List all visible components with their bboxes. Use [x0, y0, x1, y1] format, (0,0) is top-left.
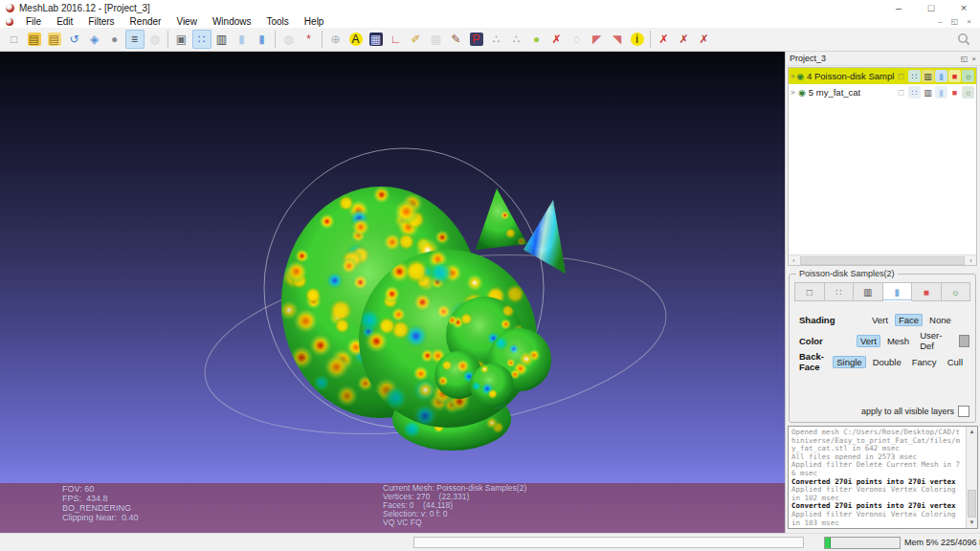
vscroll-down-arrow-icon[interactable]: ▼ [967, 518, 977, 527]
menu-help[interactable]: Help [297, 15, 332, 28]
mdi-close-button[interactable]: × [962, 16, 976, 28]
delete-current-mesh-icon[interactable]: ✗ [655, 30, 674, 49]
tab-points[interactable]: ∷ [825, 282, 855, 301]
3d-viewport[interactable]: FOV: 60FPS: 434.8BO_RENDERINGClipping Ne… [0, 52, 785, 533]
meshlab-pp-icon[interactable]: P [467, 30, 486, 49]
color-vert-button[interactable]: Vert [857, 335, 880, 347]
draw-wireframe-icon[interactable]: ▥ [212, 30, 232, 49]
mdi-restore-button[interactable]: ◱ [947, 16, 962, 28]
show-axes-icon[interactable]: ∟ [387, 30, 406, 49]
info-icon[interactable]: i [628, 30, 647, 49]
export-mesh-icon[interactable]: ◈ [85, 30, 104, 49]
new-document-icon[interactable]: □ [5, 30, 24, 49]
hscroll-right-arrow-icon[interactable]: › [966, 257, 976, 264]
tab-light[interactable]: ☼ [942, 282, 971, 301]
open-project-icon[interactable]: ▤ [25, 30, 44, 49]
user-def-color-swatch[interactable] [959, 335, 969, 347]
menu-windows[interactable]: Windows [205, 15, 259, 28]
shading-none-button[interactable]: None [925, 314, 955, 326]
toolbar-separator [322, 31, 323, 48]
reload-icon[interactable]: ↺ [65, 30, 84, 49]
layer-row[interactable]: >◉4 Poisson-disk Samples(2) *□∷▥▮■☼ [789, 68, 976, 84]
vscroll-thumb[interactable] [968, 490, 976, 518]
expand-arrow-icon[interactable]: > [791, 88, 798, 97]
menu-edit[interactable]: Edit [49, 15, 80, 28]
menu-file[interactable]: File [18, 15, 49, 28]
background-image-icon[interactable]: ▦ [367, 30, 386, 49]
bbox-mini-icon[interactable]: □ [895, 70, 907, 82]
back-face-double-button[interactable]: Double [869, 356, 905, 368]
visibility-eye-icon[interactable]: ◉ [798, 88, 806, 98]
tab-color[interactable]: ■ [912, 282, 942, 301]
minimize-button[interactable]: – [882, 0, 915, 15]
apply-all-layers-checkbox[interactable] [958, 406, 969, 417]
web-icon[interactable]: ◍ [145, 30, 165, 49]
draw-points-icon[interactable]: ∷ [192, 30, 212, 49]
menu-render[interactable]: Render [122, 15, 169, 28]
select-faces-rect-icon[interactable]: ◥ [608, 30, 627, 49]
trackball-icon[interactable]: ⊕ [326, 30, 345, 49]
shading-vert-button[interactable]: Vert [868, 314, 892, 326]
tab-bbox[interactable]: □ [794, 282, 825, 301]
maximize-button[interactable]: □ [915, 0, 947, 15]
delete-raster-icon[interactable]: ✗ [675, 30, 694, 49]
point-measure-icon[interactable]: ∴ [507, 30, 526, 49]
delete-all-icon[interactable]: ✗ [695, 30, 714, 49]
select-faces-icon[interactable]: ◤ [588, 30, 607, 49]
dock-float-icon[interactable]: ◱ [961, 55, 969, 63]
color-mini-icon[interactable]: ■ [948, 70, 961, 82]
color-mini-icon[interactable]: ■ [948, 86, 961, 99]
point-picking-icon[interactable]: ∴ [487, 30, 506, 49]
back-face-fancy-button[interactable]: Fancy [908, 356, 941, 368]
color-mesh-button[interactable]: Mesh [883, 335, 913, 347]
menu-filters[interactable]: Filters [80, 15, 122, 28]
log-vscrollbar[interactable]: ▲ ▼ [966, 427, 977, 528]
select-vertices-icon[interactable]: ◌ [568, 30, 587, 49]
points-mini-icon[interactable]: ∷ [908, 86, 921, 99]
tab-solid[interactable]: ▮ [883, 282, 913, 301]
color-user-def-button[interactable]: User-Def [916, 329, 954, 352]
search-icon[interactable] [956, 32, 971, 47]
close-button[interactable]: × [947, 0, 980, 15]
text-overlay-icon[interactable]: A [346, 30, 366, 49]
layer-tree-hscrollbar[interactable]: ‹ › [789, 254, 976, 265]
hscroll-thumb[interactable] [800, 256, 965, 265]
task-progress-bar [413, 537, 804, 548]
light-mini-icon[interactable]: ☼ [962, 86, 974, 99]
show-layer-dialog-icon[interactable]: ≡ [125, 30, 145, 49]
paint-icon[interactable]: ✎ [447, 30, 466, 49]
bbox-mini-icon[interactable]: □ [895, 86, 907, 99]
layer-row[interactable]: >◉5 my_fat_cat□∷▥▮■☼ [789, 84, 976, 100]
axis-star-icon[interactable]: * [300, 30, 319, 49]
colorize-icon[interactable]: ● [527, 30, 546, 49]
solid-mini-icon[interactable]: ▮ [935, 70, 947, 82]
camera-icon[interactable]: ▦ [427, 30, 446, 49]
mdi-minimize-button[interactable]: – [933, 16, 947, 28]
vscroll-up-arrow-icon[interactable]: ▲ [967, 428, 977, 436]
draw-flat-icon[interactable]: ▮ [233, 30, 252, 49]
shading-face-button[interactable]: Face [895, 314, 923, 326]
tab-wireframe[interactable]: ▥ [854, 282, 883, 301]
draw-bbox-icon[interactable]: ▣ [172, 30, 191, 49]
wire-mini-icon[interactable]: ▥ [922, 70, 934, 82]
hscroll-left-arrow-icon[interactable]: ‹ [789, 257, 799, 264]
dock-close-icon[interactable]: × [971, 55, 976, 63]
snapshot-icon[interactable]: ● [105, 30, 124, 49]
fat-cat-mesh-render[interactable] [0, 52, 785, 533]
light-mini-icon[interactable]: ☼ [962, 70, 974, 82]
option-row-back-face: Back-FaceSingleDoubleFancyCull [799, 351, 969, 372]
draw-smooth-icon[interactable]: ▮ [253, 30, 272, 49]
import-mesh-icon[interactable]: ▤ [45, 30, 64, 49]
solid-mini-icon[interactable]: ▮ [935, 86, 947, 99]
back-face-single-button[interactable]: Single [833, 356, 865, 368]
visibility-eye-icon[interactable]: ◉ [796, 72, 804, 81]
back-face-cull-button[interactable]: Cull [944, 356, 967, 368]
delete-points-icon[interactable]: ✗ [547, 30, 567, 49]
wire-mini-icon[interactable]: ▥ [922, 86, 934, 99]
texture-icon[interactable]: ◍ [279, 30, 299, 49]
points-mini-icon[interactable]: ∷ [908, 70, 921, 82]
menu-view[interactable]: View [168, 15, 205, 28]
menu-tools[interactable]: Tools [258, 15, 296, 28]
mdi-child-icon [6, 18, 13, 26]
light-horn-icon[interactable]: ✐ [407, 30, 426, 49]
